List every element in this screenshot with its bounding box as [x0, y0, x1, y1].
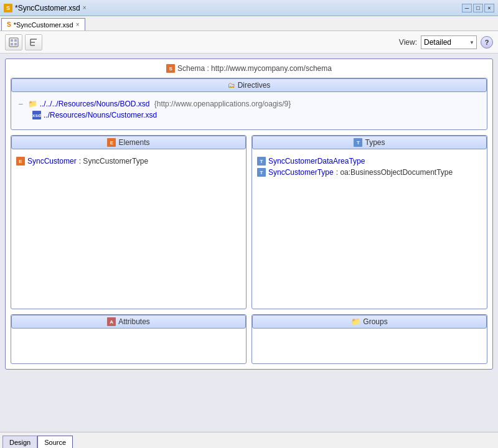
design-view-button[interactable]: [5, 34, 22, 50]
minimize-button[interactable]: ─: [462, 4, 472, 12]
type-link-1[interactable]: SyncCustomerDataAreaType: [268, 157, 365, 166]
directive-item-1: – 📁 ../../../Resources/Nouns/BOD.xsd {ht…: [19, 100, 479, 108]
groups-label: Groups: [363, 317, 387, 326]
tab-label: *SyncCustomer.xsd: [14, 21, 73, 29]
types-icon: T: [354, 138, 362, 147]
tab-close-button[interactable]: ×: [76, 21, 80, 28]
svg-rect-2: [14, 39, 17, 42]
directive-link-2[interactable]: ../Resources/Nouns/Customer.xsd: [44, 111, 157, 119]
maximize-button[interactable]: □: [473, 4, 483, 12]
tab-synccustomer[interactable]: S *SyncCustomer.xsd ×: [1, 18, 85, 30]
elements-types-row: E Elements E SyncCustomer : SyncCustomer…: [11, 135, 487, 309]
main-content: S Schema : http://www.mycompany.com/sche…: [0, 54, 498, 432]
toolbar-left: [5, 34, 42, 50]
help-button[interactable]: ?: [481, 36, 493, 49]
groups-content: [252, 332, 487, 363]
close-button[interactable]: ×: [484, 4, 494, 12]
svg-rect-4: [14, 43, 17, 45]
bottom-tab-bar: Design Source: [0, 432, 498, 448]
attributes-content: [11, 332, 246, 363]
attributes-header: A Attributes: [11, 315, 246, 329]
bottom-tab-design[interactable]: Design: [2, 436, 37, 448]
title-bar-left: S *SyncCustomer.xsd ×: [4, 4, 87, 12]
element-item-1: E SyncCustomer : SyncCustomerType: [16, 157, 241, 166]
directives-folder-icon: 🗂: [228, 81, 235, 90]
view-label: View:: [399, 38, 417, 47]
toolbar: View: Detailed ▼ ?: [0, 31, 498, 54]
types-panel: T Types T SyncCustomerDataAreaType T Syn…: [251, 135, 487, 309]
xsd-icon-2: xsd: [32, 111, 41, 119]
tree-view-button[interactable]: [25, 34, 42, 50]
tab-file-icon: S: [7, 21, 11, 28]
element-e-icon-1: E: [16, 157, 25, 166]
element-text-1: : SyncCustomerType: [79, 157, 148, 166]
directives-section: 🗂 Directives – 📁 ../../../Resources/Noun…: [11, 78, 487, 130]
title-bar-title: *SyncCustomer.xsd: [15, 4, 80, 12]
svg-rect-3: [11, 43, 13, 45]
title-bar: S *SyncCustomer.xsd × ─ □ ×: [0, 0, 498, 16]
elements-label: Elements: [118, 138, 149, 147]
bottom-tab-source-label: Source: [44, 439, 66, 446]
svg-rect-1: [11, 39, 13, 42]
groups-header: 📁 Groups: [252, 315, 487, 329]
toolbar-right: View: Detailed ▼ ?: [399, 35, 493, 49]
elements-header: E Elements: [11, 136, 246, 149]
title-bar-controls: ─ □ ×: [462, 4, 494, 12]
types-header: T Types: [252, 136, 487, 149]
dropdown-arrow-icon: ▼: [469, 39, 474, 45]
attributes-icon: A: [107, 317, 116, 326]
element-link-1[interactable]: SyncCustomer: [27, 157, 77, 166]
directives-header: 🗂 Directives: [11, 78, 487, 92]
type-text-2: : oa:BusinessObjectDocumentType: [336, 168, 453, 177]
tab-bar: S *SyncCustomer.xsd ×: [0, 16, 498, 31]
schema-header: S Schema : http://www.mycompany.com/sche…: [11, 64, 487, 73]
elements-panel: E Elements E SyncCustomer : SyncCustomer…: [11, 135, 247, 309]
title-bar-icon: S: [4, 4, 12, 12]
bottom-tab-design-label: Design: [9, 439, 31, 446]
type-item-2: T SyncCustomerType : oa:BusinessObjectDo…: [257, 168, 482, 177]
groups-icon: 📁: [351, 317, 360, 326]
groups-panel: 📁 Groups: [251, 314, 487, 364]
attributes-groups-row: A Attributes 📁 Groups: [11, 314, 487, 364]
type-item-1: T SyncCustomerDataAreaType: [257, 157, 482, 166]
elements-icon: E: [107, 138, 116, 147]
dash-indent-1: –: [19, 100, 23, 108]
title-bar-close[interactable]: ×: [83, 4, 87, 11]
type-t-icon-2: T: [257, 168, 266, 177]
elements-content: E SyncCustomer : SyncCustomerType: [11, 153, 246, 309]
folder-icon-1: 📁: [28, 100, 37, 108]
types-label: Types: [365, 138, 385, 147]
attributes-label: Attributes: [118, 317, 150, 326]
view-value: Detailed: [424, 38, 451, 47]
view-dropdown[interactable]: Detailed ▼: [421, 35, 477, 49]
schema-header-label: Schema : http://www.mycompany.com/schema: [177, 64, 332, 73]
directives-label: Directives: [238, 81, 271, 90]
tree-icon: [29, 37, 39, 47]
type-t-icon-1: T: [257, 157, 266, 166]
bottom-tab-source[interactable]: Source: [37, 436, 73, 448]
directives-content: – 📁 ../../../Resources/Nouns/BOD.xsd {ht…: [11, 96, 487, 126]
schema-icon: S: [166, 64, 175, 73]
types-content: T SyncCustomerDataAreaType T SyncCustome…: [252, 153, 487, 309]
directive-item-2: xsd ../Resources/Nouns/Customer.xsd: [19, 111, 479, 119]
type-link-2[interactable]: SyncCustomerType: [268, 168, 334, 177]
directive-link-1[interactable]: ../../../Resources/Nouns/BOD.xsd: [40, 100, 150, 108]
directive-extra-1: {http://www.openapplications.org/oagis/9…: [152, 100, 291, 108]
attributes-panel: A Attributes: [11, 314, 247, 364]
design-icon: [9, 37, 19, 47]
schema-panel: S Schema : http://www.mycompany.com/sche…: [5, 58, 493, 370]
